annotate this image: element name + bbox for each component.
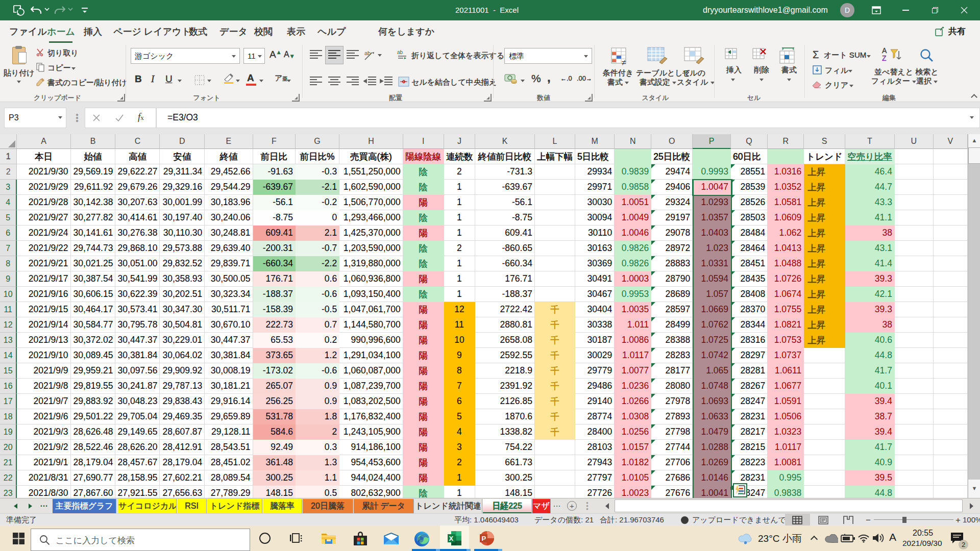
svg-text:X: X	[449, 535, 454, 542]
svg-text:≠: ≠	[622, 58, 626, 67]
svg-text:ab: ab	[397, 49, 403, 55]
svg-text:ab: ab	[364, 50, 371, 56]
svg-text:P: P	[482, 535, 486, 542]
